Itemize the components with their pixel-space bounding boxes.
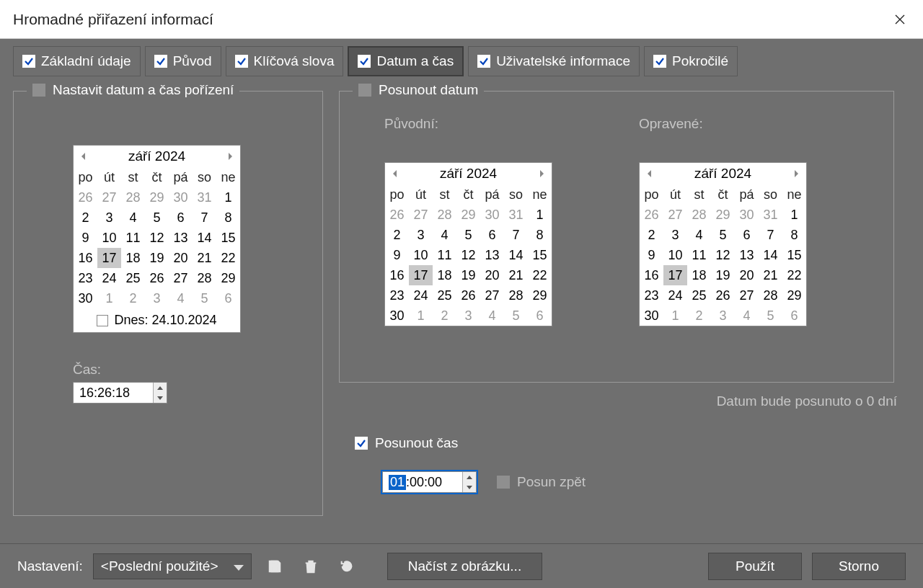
tab-5[interactable]: Pokročilé <box>644 46 738 76</box>
calendar-day[interactable]: 30 <box>74 288 97 308</box>
calendar-day[interactable]: 29 <box>528 285 552 306</box>
tab-3[interactable]: Datum a čas <box>348 46 464 76</box>
calendar-day[interactable]: 17 <box>97 248 121 268</box>
calendar-day[interactable]: 1 <box>409 306 433 326</box>
calendar-day[interactable]: 26 <box>711 285 735 306</box>
calendar-day[interactable]: 29 <box>782 285 806 306</box>
time-value[interactable]: 16:26:18 <box>74 383 153 403</box>
apply-button[interactable]: Použít <box>708 553 802 580</box>
calendar-day[interactable]: 1 <box>528 205 552 225</box>
calendar-day[interactable]: 31 <box>504 205 528 225</box>
calendar-day[interactable]: 10 <box>663 245 687 265</box>
tab-0[interactable]: Základní údaje <box>13 46 141 76</box>
calendar-day[interactable]: 12 <box>711 245 735 265</box>
calendar-day[interactable]: 3 <box>711 306 735 326</box>
calendar-day[interactable]: 28 <box>433 205 456 225</box>
calendar-day[interactable]: 6 <box>528 306 552 326</box>
calendar-day[interactable]: 2 <box>74 208 97 228</box>
calendar-day[interactable]: 16 <box>640 265 663 285</box>
shift-date-checkbox[interactable] <box>358 84 371 97</box>
calendar-day[interactable]: 5 <box>193 288 216 308</box>
calendar-day[interactable]: 26 <box>456 285 480 306</box>
calendar-day[interactable]: 3 <box>97 208 121 228</box>
calendar-day[interactable]: 3 <box>456 306 480 326</box>
calendar-day[interactable]: 2 <box>121 288 145 308</box>
calendar-day[interactable]: 15 <box>528 245 552 265</box>
calendar-day[interactable]: 3 <box>663 225 687 245</box>
calendar-day[interactable]: 23 <box>74 268 97 288</box>
calendar-day[interactable]: 6 <box>480 225 504 245</box>
calendar-day[interactable]: 21 <box>504 265 528 285</box>
calendar-day[interactable]: 1 <box>782 205 806 225</box>
calendar-day[interactable]: 4 <box>169 288 193 308</box>
calendar-day[interactable]: 23 <box>385 285 409 306</box>
calendar-day[interactable]: 2 <box>687 306 711 326</box>
calendar-day[interactable]: 28 <box>121 187 145 208</box>
calendar-today-label[interactable]: Dnes: 24.10.2024 <box>114 313 216 328</box>
calendar-set-date[interactable]: září 2024poútstčtpásone26272829303112345… <box>73 145 241 333</box>
time-spinner-up[interactable] <box>154 383 167 393</box>
calendar-next-icon[interactable] <box>224 151 236 162</box>
calendar-day[interactable]: 18 <box>121 248 145 268</box>
calendar-day[interactable]: 10 <box>409 245 433 265</box>
calendar-day[interactable]: 7 <box>504 225 528 245</box>
calendar-day[interactable]: 5 <box>759 306 782 326</box>
reset-button[interactable] <box>334 553 360 579</box>
calendar-day[interactable]: 19 <box>456 265 480 285</box>
shift-time-spinner[interactable]: 01:00:00 <box>382 471 477 493</box>
calendar-day[interactable]: 30 <box>169 187 193 208</box>
calendar-day[interactable]: 22 <box>528 265 552 285</box>
calendar-day[interactable]: 31 <box>759 205 782 225</box>
calendar-day[interactable]: 13 <box>735 245 759 265</box>
calendar-day[interactable]: 6 <box>735 225 759 245</box>
time-spinner[interactable]: 16:26:18 <box>73 382 167 404</box>
calendar-day[interactable]: 22 <box>782 265 806 285</box>
calendar-day[interactable]: 19 <box>145 248 169 268</box>
calendar-day[interactable]: 13 <box>480 245 504 265</box>
calendar-day[interactable]: 1 <box>216 187 240 208</box>
calendar-prev-icon[interactable] <box>78 151 89 162</box>
cancel-button[interactable]: Storno <box>812 553 906 580</box>
calendar-day[interactable]: 26 <box>145 268 169 288</box>
calendar-day[interactable]: 9 <box>640 245 663 265</box>
calendar-day[interactable]: 24 <box>663 285 687 306</box>
calendar-day[interactable]: 26 <box>385 205 409 225</box>
calendar-day[interactable]: 2 <box>433 306 456 326</box>
calendar-month[interactable]: září 2024 <box>89 148 224 164</box>
calendar-day[interactable]: 27 <box>169 268 193 288</box>
calendar-day[interactable]: 8 <box>528 225 552 245</box>
load-from-image-button[interactable]: Načíst z obrázku... <box>387 553 542 580</box>
calendar-day[interactable]: 3 <box>145 288 169 308</box>
calendar-day[interactable]: 28 <box>504 285 528 306</box>
calendar-day[interactable]: 11 <box>121 228 145 248</box>
calendar-day[interactable]: 6 <box>169 208 193 228</box>
calendar-day[interactable]: 5 <box>711 225 735 245</box>
calendar-day[interactable]: 12 <box>456 245 480 265</box>
calendar-day[interactable]: 18 <box>433 265 456 285</box>
calendar-day[interactable]: 3 <box>409 225 433 245</box>
shift-time-value[interactable]: 01:00:00 <box>383 472 462 492</box>
calendar-day[interactable]: 4 <box>735 306 759 326</box>
calendar-day[interactable]: 5 <box>145 208 169 228</box>
shift-time-checkbox[interactable] <box>355 437 368 450</box>
calendar-day[interactable]: 6 <box>216 288 240 308</box>
calendar-day[interactable]: 25 <box>121 268 145 288</box>
calendar-day[interactable]: 5 <box>504 306 528 326</box>
calendar-day[interactable]: 27 <box>409 205 433 225</box>
save-preset-button[interactable] <box>262 553 288 579</box>
calendar-day[interactable]: 21 <box>193 248 216 268</box>
calendar-prev-icon[interactable] <box>644 168 655 179</box>
calendar-day[interactable]: 6 <box>782 306 806 326</box>
calendar-day[interactable]: 7 <box>759 225 782 245</box>
calendar-day[interactable]: 27 <box>735 285 759 306</box>
calendar-day[interactable]: 4 <box>433 225 456 245</box>
calendar-day[interactable]: 11 <box>687 245 711 265</box>
calendar-day[interactable]: 10 <box>97 228 121 248</box>
calendar-day[interactable]: 25 <box>433 285 456 306</box>
calendar-prev-icon[interactable] <box>389 168 401 179</box>
calendar-day[interactable]: 29 <box>216 268 240 288</box>
calendar-day[interactable]: 20 <box>169 248 193 268</box>
calendar-day[interactable]: 8 <box>782 225 806 245</box>
close-button[interactable] <box>890 9 910 30</box>
calendar-day[interactable]: 27 <box>97 187 121 208</box>
